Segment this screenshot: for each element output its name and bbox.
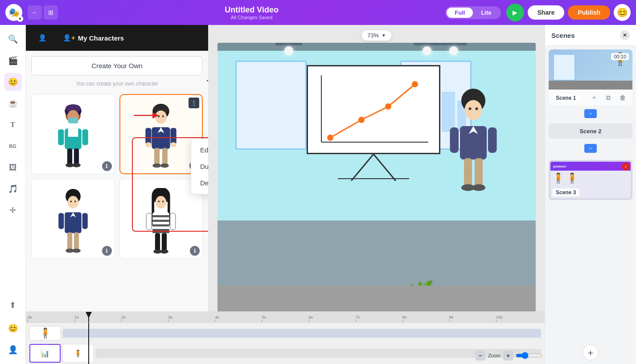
svg-point-47: [162, 200, 164, 202]
sidebar-audio-icon[interactable]: 🎵: [4, 180, 22, 198]
svg-point-25: [160, 164, 169, 168]
scenes-header: Scenes ✕: [545, 25, 636, 46]
ruler-mark: 9s: [449, 315, 496, 322]
timeline-cursor: [88, 323, 89, 364]
canvas-frame[interactable]: 🌿: [217, 43, 536, 339]
sidebar-text-icon[interactable]: T: [4, 116, 22, 134]
sidebar-scenes-icon[interactable]: 🎬: [4, 52, 22, 70]
character-figure-1: [55, 103, 91, 170]
zoom-plus-button[interactable]: +: [503, 351, 513, 360]
char-1-info-button[interactable]: ℹ: [102, 161, 112, 171]
svg-point-46: [158, 200, 160, 202]
scene-minus-row-1: −: [545, 106, 636, 122]
character-item-4[interactable]: ℹ: [119, 179, 203, 259]
character-item-1[interactable]: ℹ: [31, 94, 115, 174]
sidebar-search-icon[interactable]: 🔍: [4, 30, 22, 48]
char-library-tab[interactable]: 👤: [31, 29, 54, 46]
zoom-minus-button[interactable]: −: [476, 351, 485, 360]
logo-button[interactable]: 🎭 ▼: [5, 4, 22, 21]
logo-dropdown-arrow[interactable]: ▼: [17, 16, 23, 22]
svg-rect-22: [154, 148, 160, 165]
sidebar-characters-icon[interactable]: 😊: [4, 73, 22, 91]
scene-light-2: [440, 43, 467, 55]
char-4-info-button[interactable]: ℹ: [190, 246, 200, 256]
create-hint-text: You can create your own character: [26, 81, 208, 87]
ruler: 0s1s2s3s4s5s6s7s8s9s10s: [26, 312, 545, 323]
scene-character-main[interactable]: [447, 78, 500, 205]
nav-icons: ← ⊞: [28, 5, 58, 20]
scene-minus-row-2: −: [545, 140, 636, 156]
context-duplicate[interactable]: Duplicate: [191, 158, 209, 175]
svg-rect-84: [488, 127, 497, 153]
svg-point-17: [155, 110, 167, 124]
lite-mode-button[interactable]: Lite: [473, 8, 499, 18]
my-characters-add-icon: 👤+: [63, 34, 75, 42]
scene-1-add-button[interactable]: ＋: [588, 91, 600, 104]
zoom-slider[interactable]: [516, 352, 542, 359]
my-characters-tab[interactable]: 👤+ My Characters: [56, 29, 131, 46]
scenes-title: Scenes: [551, 32, 575, 39]
sidebar-user-icon[interactable]: 👤: [4, 341, 22, 359]
svg-point-68: [385, 103, 391, 110]
track-2-bar[interactable]: [95, 349, 541, 358]
svg-rect-54: [162, 233, 167, 251]
scene-1-delete-button[interactable]: 🗑: [616, 91, 629, 104]
svg-point-75: [469, 107, 472, 110]
sidebar-bottom-avatar[interactable]: 😊: [4, 319, 22, 337]
publish-button[interactable]: Publish: [568, 5, 610, 20]
char-library-icon: 👤: [38, 34, 47, 42]
share-button[interactable]: Share: [528, 5, 565, 20]
ruler-cursor-line: [88, 312, 89, 322]
scene-collapse-1-button[interactable]: −: [584, 109, 597, 118]
track-1-bar[interactable]: [62, 329, 541, 338]
char-3-info-button[interactable]: ℹ: [102, 246, 112, 256]
svg-point-29: [171, 142, 176, 147]
character-item-3[interactable]: ℹ: [31, 179, 115, 259]
svg-rect-41: [82, 213, 87, 229]
scene-3-card[interactable]: powtoon 🧍 🧍 ! Scene 3: [549, 160, 632, 200]
scene-ceiling: [217, 43, 536, 51]
track-2-thumb-1[interactable]: 📊: [29, 344, 61, 363]
user-avatar-button[interactable]: 😊: [614, 4, 631, 21]
svg-rect-40: [58, 213, 64, 229]
sidebar-upload-icon[interactable]: ⬆: [4, 296, 22, 314]
context-edit[interactable]: Edit: [191, 142, 209, 158]
create-your-own-button[interactable]: Create Your Own: [31, 56, 203, 75]
scene-1-card[interactable]: 🧍 Scene 1 00:10 ＋ ⧉ 🗑: [549, 49, 632, 106]
svg-rect-36: [67, 232, 72, 250]
mode-toggle: Full Lite: [445, 6, 501, 19]
sidebar-image-icon[interactable]: 🖼: [4, 159, 22, 176]
svg-rect-83: [450, 127, 459, 153]
sidebar-bg-icon[interactable]: BG: [4, 137, 22, 155]
character-item-2[interactable]: ⋮: [119, 94, 203, 174]
char-2-more-button[interactable]: ⋮: [189, 98, 199, 108]
full-mode-button[interactable]: Full: [447, 8, 473, 18]
chart-svg: [308, 66, 439, 153]
track-row-1: 🧍: [26, 325, 545, 341]
svg-point-82: [472, 184, 485, 191]
scenes-close-button[interactable]: ✕: [620, 30, 630, 40]
scene-char-svg: [447, 78, 500, 203]
scene-collapse-2-button[interactable]: −: [584, 144, 597, 153]
play-button[interactable]: ▶: [506, 4, 524, 21]
video-title: Untitled Video: [63, 5, 440, 15]
layout-button[interactable]: ⊞: [44, 5, 58, 20]
sidebar-animate-icon[interactable]: ✛: [4, 201, 22, 219]
back-button[interactable]: ←: [28, 5, 42, 20]
context-delete[interactable]: Delete: [191, 175, 209, 191]
ruler-mark: 2s: [121, 315, 168, 322]
svg-point-19: [162, 115, 164, 118]
svg-rect-23: [162, 148, 168, 165]
sidebar-props-icon[interactable]: ☕: [4, 94, 22, 112]
zoom-dropdown-arrow[interactable]: ▼: [382, 33, 386, 38]
scenes-bottom: ＋: [545, 341, 636, 364]
svg-point-74: [465, 100, 482, 120]
svg-point-18: [158, 115, 160, 118]
svg-rect-57: [146, 213, 152, 230]
svg-rect-79: [464, 158, 472, 188]
scene-2-card[interactable]: Scene 2: [549, 123, 632, 139]
scene-1-copy-button[interactable]: ⧉: [602, 91, 615, 104]
video-title-area: Untitled Video All Changes Saved: [63, 5, 440, 20]
add-scene-button[interactable]: ＋: [583, 344, 599, 360]
zoom-label: Zoom: [488, 353, 501, 358]
